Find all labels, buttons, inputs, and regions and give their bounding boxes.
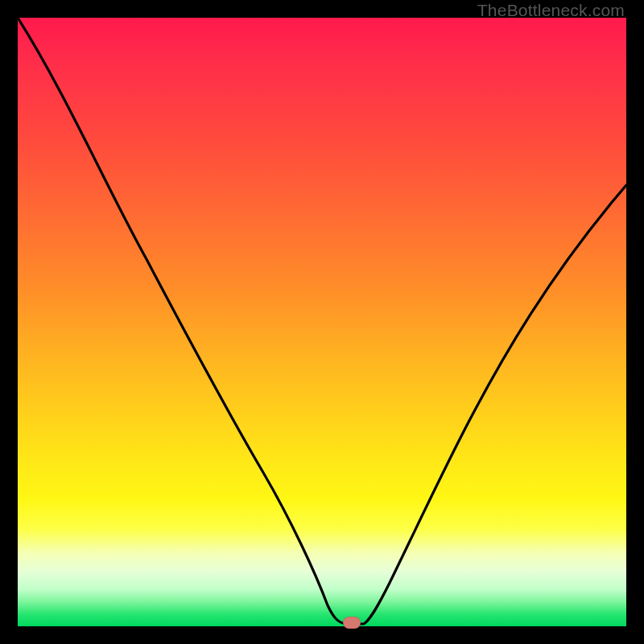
- bottleneck-curve: [18, 18, 626, 626]
- plot-area: [18, 18, 626, 626]
- curve-path: [18, 18, 626, 624]
- optimal-point-marker: [343, 617, 361, 629]
- chart-frame: TheBottleneck.com: [0, 0, 644, 644]
